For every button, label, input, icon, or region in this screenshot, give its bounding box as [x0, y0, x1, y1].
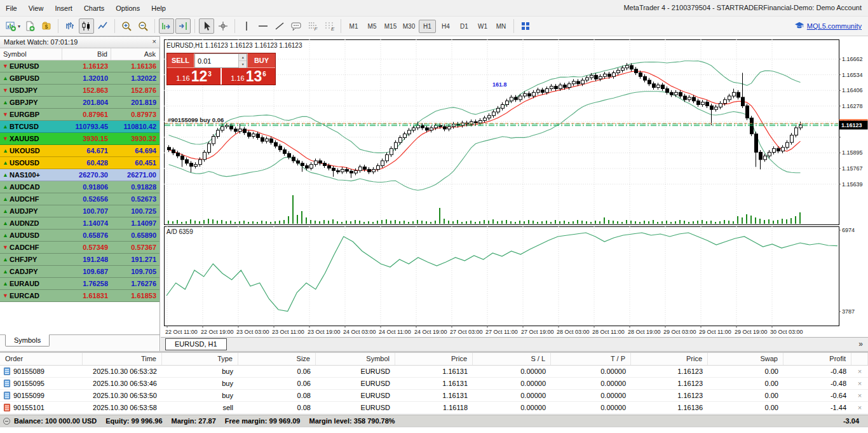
close-order-button[interactable]: ×	[851, 378, 868, 389]
market-watch-row-ukousd[interactable]: ▲UKOUSD64.67164.694	[0, 145, 159, 157]
order-row-90155095[interactable]: 901550952025.10.30 06:53:46buy0.06EURUSD…	[0, 378, 868, 390]
market-watch-row-eurcad[interactable]: ▼EURCAD1.618311.61853	[0, 290, 159, 302]
timeframe-d1-button[interactable]: D1	[456, 20, 473, 33]
open-price: 1.16131	[395, 378, 473, 389]
close-order-button[interactable]: ×	[851, 402, 868, 413]
stop-loss: 0.00000	[473, 378, 551, 389]
timeframe-m15-button[interactable]: M15	[382, 20, 399, 33]
toolbar: ▾$FEM1M5M15M30H1H4D1W1MN MQL5.community	[0, 17, 868, 36]
ask-value: 100.725	[111, 205, 159, 217]
order-id: 90155099	[0, 390, 83, 401]
market-watch-row-audcad[interactable]: ▲AUDCAD0.918060.91828	[0, 181, 159, 193]
bid-value: 26270.30	[62, 169, 111, 181]
tile-windows-button[interactable]	[518, 18, 533, 34]
svg-text:E: E	[331, 26, 335, 32]
menu-options[interactable]: Options	[110, 2, 146, 15]
market-watch-row-gbpusd[interactable]: ▲GBPUSD1.320101.32022	[0, 72, 159, 85]
crosshair-tool-button[interactable]	[215, 18, 231, 34]
tab-eurusd-h1[interactable]: EURUSD, H1	[165, 338, 227, 350]
timeframe-h4-button[interactable]: H4	[437, 20, 454, 33]
menu-charts[interactable]: Charts	[78, 2, 110, 15]
market-watch-row-nas100+[interactable]: ▲NAS100+26270.3026271.00	[0, 169, 159, 181]
orders-column-symbol: Symbol	[316, 353, 395, 365]
market-watch-row-audchf[interactable]: ▲AUDCHF0.526560.52673	[0, 193, 159, 205]
zoom-out-icon	[137, 20, 149, 32]
vertical-line-tool-icon	[241, 20, 252, 32]
market-watch-row-audnzd[interactable]: ▲AUDNZD1.140741.14097	[0, 217, 159, 230]
vertical-line-tool-button[interactable]	[239, 18, 254, 34]
order-symbol: EURUSD	[316, 402, 395, 413]
close-order-button[interactable]: ×	[851, 390, 868, 401]
fibonacci-tool-button[interactable]: F	[305, 18, 320, 34]
lot-increase-button[interactable]: ▲	[239, 54, 247, 61]
cycle-lines-tool-button[interactable]: E	[322, 18, 337, 34]
bid-value: 0.91806	[62, 181, 111, 193]
timeframe-m5-button[interactable]: M5	[363, 20, 381, 33]
auto-scroll-button[interactable]	[159, 18, 174, 34]
order-row-90155101[interactable]: 901551012025.10.30 06:53:58sell0.08EURUS…	[0, 402, 868, 414]
lot-decrease-button[interactable]: ▼	[239, 61, 247, 68]
orders-column-order: Order	[0, 353, 83, 365]
market-watch-row-chfjpy[interactable]: ▲CHFJPY191.248191.271	[0, 254, 159, 266]
line-chart-mode-button[interactable]	[95, 18, 111, 34]
new-order-button[interactable]	[22, 18, 37, 34]
mql5-community-link[interactable]: MQL5.community	[794, 21, 862, 31]
menu-file[interactable]: File	[0, 2, 23, 15]
timeframe-h1-button[interactable]: H1	[419, 20, 436, 33]
profiles-button[interactable]: $	[39, 18, 54, 34]
zoom-out-button[interactable]	[135, 18, 151, 34]
menu-view[interactable]: View	[23, 2, 50, 15]
sell-price-display[interactable]: 1.16123	[167, 68, 220, 85]
svg-text:28 Oct 19:00: 28 Oct 19:00	[628, 329, 661, 335]
candlestick-mode-button[interactable]	[79, 18, 94, 34]
horizontal-line-tool-button[interactable]	[255, 18, 271, 34]
market-watch-row-eurusd[interactable]: ▼EURUSD1.161231.16136	[0, 60, 159, 72]
svg-text:1.15639: 1.15639	[842, 181, 863, 188]
text-label-tool-button[interactable]	[288, 18, 304, 34]
lot-size-input[interactable]	[195, 54, 238, 67]
market-watch-row-cadchf[interactable]: ▼CADCHF0.573490.57367	[0, 242, 159, 254]
mql5-link-text[interactable]: MQL5.community	[807, 22, 862, 30]
bid-value: 1.14074	[62, 217, 111, 229]
trendline-tool-button[interactable]	[272, 18, 287, 34]
market-watch-row-cadjpy[interactable]: ▲CADJPY109.687109.705	[0, 266, 159, 278]
market-watch-row-usdjpy[interactable]: ▼USDJPY152.863152.876	[0, 85, 159, 97]
market-watch-row-eurgbp[interactable]: ▼EURGBP0.879610.87973	[0, 109, 159, 121]
collapse-icon[interactable]	[3, 418, 10, 425]
more-tabs-icon[interactable]: »	[858, 340, 863, 348]
market-watch-row-btcusd[interactable]: ▲BTCUSD110793.45110810.42	[0, 121, 159, 133]
market-watch-row-usousd[interactable]: ▲USOUSD60.42860.451	[0, 157, 159, 169]
cursor-tool-button[interactable]	[199, 18, 214, 34]
timeframe-w1-button[interactable]: W1	[474, 20, 491, 33]
market-watch-row-euraud[interactable]: ▲EURAUD1.762581.76276	[0, 278, 159, 290]
chart-shift-button[interactable]	[175, 18, 191, 34]
close-order-button[interactable]: ×	[851, 366, 868, 377]
new-chart-button[interactable]	[3, 18, 18, 34]
order-row-90155099[interactable]: 901550992025.10.30 06:53:50buy0.08EURUSD…	[0, 390, 868, 402]
menu-insert[interactable]: Insert	[49, 2, 78, 15]
ask-value: 0.91828	[111, 181, 159, 193]
svg-text:23 Oct 03:00: 23 Oct 03:00	[236, 329, 269, 335]
close-icon[interactable]: ×	[153, 38, 156, 45]
menu-help[interactable]: Help	[146, 2, 172, 15]
svg-text:22 Oct 11:00: 22 Oct 11:00	[165, 329, 198, 335]
buy-price-display[interactable]: 1.16136	[222, 68, 275, 85]
lot-size-field: ▲ ▼	[194, 53, 247, 68]
symbol-label: AUDCAD	[10, 181, 40, 193]
tab-symbols[interactable]: Symbols	[5, 334, 50, 347]
market-watch-row-xauusd[interactable]: ▼XAUUSD3930.153930.32	[0, 133, 159, 145]
sell-button[interactable]: SELL	[167, 53, 194, 68]
market-watch-row-gbpjpy[interactable]: ▲GBPJPY201.804201.819	[0, 97, 159, 109]
timeframe-mn-button[interactable]: MN	[492, 20, 510, 33]
market-watch-row-audusd[interactable]: ▲AUDUSD0.658760.65890	[0, 230, 159, 242]
orders-column-tp: T / P	[551, 353, 631, 365]
zoom-in-button[interactable]	[119, 18, 134, 34]
market-watch-row-audjpy[interactable]: ▲AUDJPY100.707100.725	[0, 205, 159, 217]
balance-item-0: Balance: 100 000.00 USD	[14, 417, 97, 425]
dropdown-caret-icon[interactable]: ▾	[18, 24, 20, 29]
timeframe-m30-button[interactable]: M30	[400, 20, 417, 33]
timeframe-m1-button[interactable]: M1	[345, 20, 362, 33]
bar-chart-mode-button[interactable]	[62, 18, 78, 34]
order-row-90155089[interactable]: 901550892025.10.30 06:53:32buy0.06EURUSD…	[0, 366, 868, 378]
buy-button[interactable]: BUY	[247, 53, 275, 68]
